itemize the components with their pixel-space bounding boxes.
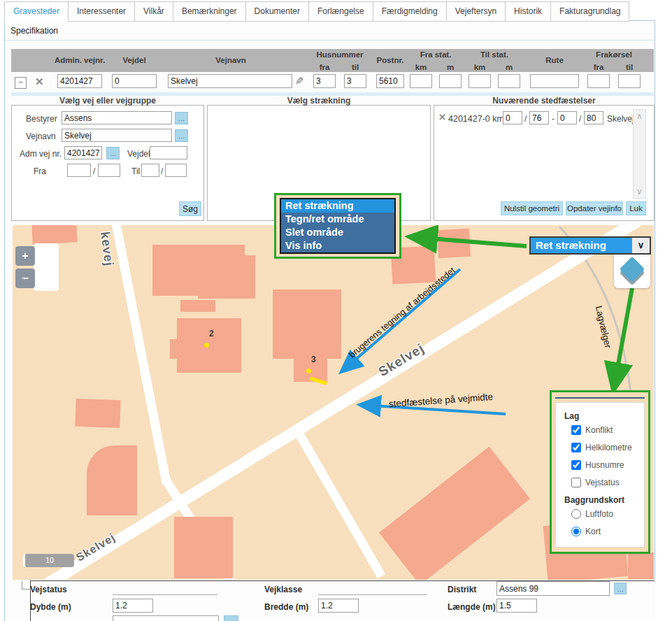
- vejnavn-search-input[interactable]: [62, 129, 172, 142]
- vejdel-search-input[interactable]: [150, 146, 187, 159]
- layers-icon: [620, 257, 645, 283]
- layer-row-vejstatus[interactable]: Vejstatus: [571, 478, 644, 487]
- bestyrer-lookup-button[interactable]: ...: [175, 112, 188, 124]
- distrikt-input[interactable]: [496, 581, 610, 596]
- fra-stat-m-input[interactable]: [439, 74, 462, 88]
- bottom-extra-lookup-button[interactable]: ...: [224, 615, 238, 621]
- panel-vaelg-vej-title: Vælg vej eller vejgruppe: [59, 96, 156, 106]
- layer-panel-top-line: [555, 397, 645, 399]
- edit-pencil-icon[interactable]: ✎: [295, 75, 304, 87]
- scroll-down-icon[interactable]: ∨: [634, 187, 645, 197]
- postnr-input[interactable]: [376, 74, 404, 88]
- til-km-input[interactable]: [141, 164, 159, 177]
- col-fra-stat: Fra stat.: [420, 50, 452, 59]
- tab-interessenter[interactable]: Interessenter: [69, 1, 135, 22]
- col-frakoersel: Frakørsel: [596, 50, 632, 59]
- vejdel-label: Vejdel: [127, 149, 150, 159]
- bottom-extra-input[interactable]: [113, 615, 219, 621]
- context-menu: Ret strækning Tegn/ret område Slet områd…: [280, 198, 396, 254]
- bestyrer-input[interactable]: [62, 111, 172, 124]
- vejdel-input[interactable]: [112, 74, 157, 88]
- background-map-heading: Baggrundskort: [564, 495, 644, 505]
- tab-vilkaar[interactable]: Vilkår: [135, 1, 173, 22]
- layer-row-konflikt[interactable]: Konflikt: [571, 425, 644, 435]
- kort-radio[interactable]: [571, 527, 581, 536]
- tab-bemaerkninger[interactable]: Bemærkninger: [173, 1, 246, 22]
- stedfaestelse-til-m[interactable]: [584, 111, 603, 124]
- zoom-out-button[interactable]: −: [15, 269, 35, 288]
- row-collapse-button[interactable]: −: [15, 77, 27, 89]
- rute-input[interactable]: [530, 74, 579, 88]
- tab-historik[interactable]: Historik: [506, 1, 551, 22]
- stedfaestelse-til-km[interactable]: [557, 111, 577, 124]
- background-row-kort[interactable]: Kort: [571, 527, 644, 536]
- tab-forlaengelse[interactable]: Forlængelse: [309, 1, 373, 22]
- soeg-button[interactable]: Søg: [179, 201, 201, 216]
- row-delete-icon[interactable]: ✕: [35, 76, 44, 88]
- luk-button[interactable]: Luk: [626, 201, 646, 215]
- house-number-2: 2: [209, 329, 214, 338]
- konflikt-checkbox[interactable]: [571, 425, 581, 435]
- menu-item-vis-info[interactable]: Vis info: [281, 239, 394, 252]
- opdater-vejinfo-button[interactable]: Opdater vejinfo: [566, 201, 623, 215]
- husnummer-til-input[interactable]: [344, 74, 366, 88]
- husnummer-fra-input[interactable]: [313, 74, 336, 88]
- tab-faerdigmelding[interactable]: Færdigmelding: [373, 1, 447, 22]
- fra-stat-km-input[interactable]: [410, 74, 432, 88]
- dybde-label: Dybde (m): [30, 602, 71, 612]
- scroll-up-icon[interactable]: ∧: [634, 111, 645, 121]
- bredde-input[interactable]: [318, 599, 359, 613]
- map-tool-select[interactable]: Ret strækning ∨: [529, 236, 651, 255]
- frakoersel-til-input[interactable]: [618, 74, 641, 88]
- menu-item-slet-omraade[interactable]: Slet område: [281, 226, 394, 239]
- menu-item-tegn-ret-omraade[interactable]: Tegn/ret område: [281, 213, 394, 226]
- chevron-down-icon[interactable]: ∨: [631, 238, 650, 253]
- vejnavn-lookup-button[interactable]: ...: [175, 129, 188, 142]
- helkilometre-checkbox[interactable]: [571, 443, 581, 452]
- sted-sep2: -: [552, 114, 555, 124]
- vejnavn-input[interactable]: [168, 74, 292, 88]
- tab-fakturagrundlag[interactable]: Fakturagrundlag: [551, 1, 629, 22]
- stedfaestelse-fra-km[interactable]: [503, 111, 522, 124]
- husnumre-checkbox[interactable]: [571, 460, 581, 470]
- layer-picker-button[interactable]: [614, 252, 650, 288]
- til-stat-km-input[interactable]: [469, 74, 491, 88]
- adm-vej-lookup-button[interactable]: ...: [106, 147, 120, 159]
- luftfoto-radio[interactable]: [571, 509, 581, 519]
- fra-m-input[interactable]: [98, 164, 120, 177]
- adm-vej-nr-input[interactable]: [64, 146, 102, 159]
- nulstil-geometri-button[interactable]: Nulstil geometri: [501, 201, 563, 215]
- fra-label: Fra: [34, 166, 46, 176]
- frakoersel-fra-input[interactable]: [587, 74, 610, 88]
- background-row-luftfoto[interactable]: Luftfoto: [571, 509, 644, 519]
- stedfaestelse-fra-m[interactable]: [529, 111, 549, 124]
- layer-row-helkilometre[interactable]: Helkilometre: [571, 443, 644, 452]
- vejnavn-label: Vejnavn: [26, 131, 56, 141]
- layer-panel-annotation-box: Lag Konflikt Helkilometre Husnumre Vejst…: [550, 390, 650, 554]
- col-admin-vejnr: Admin. vejnr.: [55, 56, 105, 64]
- bredde-label: Bredde (m): [264, 602, 308, 612]
- fra-km-input[interactable]: [67, 164, 91, 177]
- vejstatus-checkbox[interactable]: [571, 478, 581, 487]
- col-postnr: Postnr.: [377, 56, 404, 64]
- sted-sep1: /: [524, 114, 527, 124]
- stedfaestelser-scrollbar[interactable]: ∧ ∨: [633, 109, 646, 199]
- menu-item-ret-straekning[interactable]: Ret strækning: [281, 199, 394, 213]
- layer-row-husnumre[interactable]: Husnumre: [571, 460, 644, 470]
- admin-vejnr-input[interactable]: [57, 74, 102, 88]
- distrikt-lookup-button[interactable]: ...: [614, 583, 627, 594]
- tab-dokumenter[interactable]: Dokumenter: [246, 1, 309, 22]
- til-stat-m-input[interactable]: [498, 74, 520, 88]
- vejstatus-value-line: [113, 594, 217, 595]
- distrikt-label: Distrikt: [448, 585, 476, 594]
- dybde-input[interactable]: [113, 599, 153, 613]
- til-m-input[interactable]: [165, 164, 187, 177]
- laengde-input[interactable]: [496, 599, 537, 613]
- map-building: [379, 447, 530, 580]
- map-building: [174, 517, 233, 578]
- tab-gravesteder[interactable]: Gravesteder: [4, 1, 69, 22]
- tab-vejeftersyn[interactable]: Vejeftersyn: [447, 1, 506, 22]
- zoom-in-button[interactable]: +: [15, 246, 35, 266]
- map-canvas[interactable]: kevej Skelvej Skelvej 2 3 brugerens: [13, 225, 654, 580]
- stedfaestelse-delete-icon[interactable]: ✕: [438, 112, 446, 122]
